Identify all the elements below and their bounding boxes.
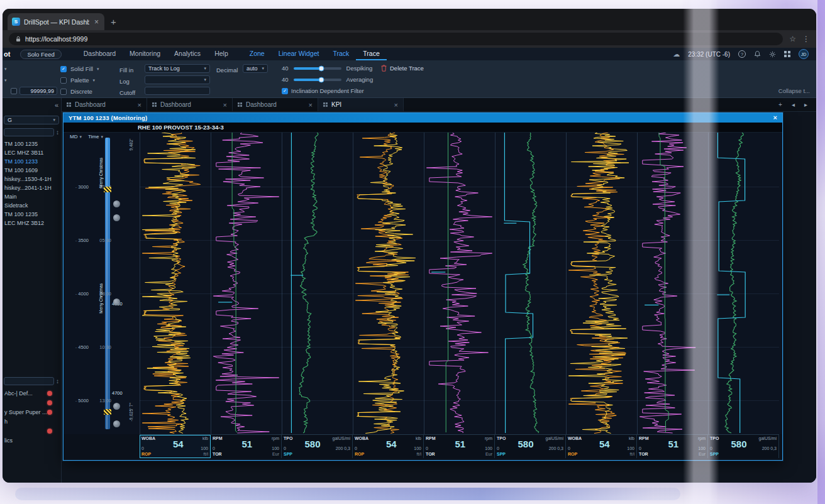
trace-label: WOBA [355, 436, 368, 441]
sidebar-list-item[interactable] [3, 426, 61, 436]
status-badge-icon [47, 410, 52, 415]
slider-knob[interactable] [318, 65, 324, 71]
sidebar-well-item[interactable]: TM 100 1609 [3, 166, 61, 175]
md-axis-select[interactable]: MD▾ [70, 134, 82, 140]
menubar-item-monitoring[interactable]: Monitoring [123, 48, 167, 60]
sidebar-well-item[interactable]: Sidetrack [3, 201, 61, 210]
notifications-bell-icon[interactable] [754, 50, 761, 58]
scroll-left-button[interactable]: ◂ [792, 101, 795, 108]
dashboard-tab[interactable]: KPI× [318, 98, 404, 111]
time-tick-label: 05:30 [92, 238, 111, 243]
slider-knob[interactable] [318, 77, 324, 82]
sidebar-well-item[interactable]: TM 100 1233 [3, 157, 61, 166]
trace-value-box[interactable]: WOBA054klb100ROPft/l [140, 435, 211, 458]
chevron-down-icon[interactable]: ▾ [4, 78, 7, 83]
sort-icon[interactable]: ↕ [56, 378, 59, 385]
browser-menu-icon[interactable]: ⋮ [802, 35, 810, 43]
sidebar-list-item[interactable]: lics [3, 436, 61, 445]
menubar-item-trace[interactable]: Trace [356, 48, 386, 60]
collapse-ribbon-button[interactable]: Collapse t... [778, 87, 810, 94]
sidebar-well-item[interactable]: hiskey...2041-1-1H [3, 184, 61, 192]
well-group-select[interactable]: G ▾ [4, 116, 59, 124]
time-tick-label: 10:30 [92, 344, 111, 350]
sidebar-well-item[interactable]: hiskey...1530-4-1H [3, 175, 61, 184]
value-box-right: klb100 [201, 436, 208, 452]
settings-gear-icon[interactable] [769, 51, 776, 58]
browser-tab[interactable]: S DrillSpot — KPI Dashboard × [8, 13, 104, 30]
delete-trace-button[interactable]: Delete Trace [381, 65, 424, 72]
dashboard-tab[interactable]: Dashboard× [147, 98, 233, 111]
sidebar-well-item[interactable]: LEC MHZ 3B12 [3, 219, 61, 227]
sidebar-well-item[interactable]: TM 100 1235 [3, 140, 61, 148]
traces-canvas[interactable] [140, 133, 779, 434]
sidebar-well-item[interactable]: TM 100 1235 [3, 210, 61, 219]
inclination-filter-checkbox[interactable]: ✓ [282, 88, 288, 94]
window-titlebar[interactable]: YTM 100 1233 (Monitoring) × [64, 113, 782, 123]
tab-close-icon[interactable]: × [394, 101, 398, 109]
app-logo: ot [4, 48, 10, 60]
despiking-slider[interactable] [294, 67, 341, 70]
palette-checkbox[interactable] [60, 77, 67, 84]
sidebar-list-item[interactable]: y Super Puper ... [3, 407, 61, 417]
trace-value-box[interactable]: RPM051rpm100TOREur [211, 435, 282, 458]
tab-close-icon[interactable]: × [223, 101, 227, 109]
time-axis-select[interactable]: Time▾ [88, 134, 103, 140]
sort-icon[interactable]: ↕ [56, 129, 59, 136]
trace-value-box[interactable]: RPM051rpm100TOREur [424, 435, 495, 458]
new-tab-button[interactable]: + [111, 16, 116, 27]
sidebar-list-item[interactable]: h [3, 417, 61, 426]
chevron-down-icon[interactable]: ▾ [4, 67, 7, 72]
chevron-down-icon[interactable]: ▾ [97, 67, 99, 72]
tab-close-icon[interactable]: × [309, 101, 313, 109]
menubar-item-help[interactable]: Help [208, 48, 235, 60]
wellbore-depth-bar[interactable] [105, 138, 110, 429]
solid-fill-checkbox[interactable]: ✓ [60, 66, 67, 72]
chevron-down-icon: ▾ [204, 77, 206, 82]
apps-grid-icon[interactable] [784, 51, 790, 57]
window-reflection [15, 488, 680, 500]
close-window-button[interactable]: × [773, 114, 777, 121]
discrete-checkbox[interactable] [60, 89, 67, 95]
sidebar: « G ▾ ↕ TM 100 1235LEC MHZ 3B11TM 100 12… [3, 98, 62, 483]
averaging-slider[interactable] [294, 79, 341, 81]
threshold-checkbox[interactable] [11, 88, 17, 94]
tab-close-icon[interactable]: × [138, 101, 141, 109]
sidebar-well-item[interactable]: Main [3, 192, 61, 201]
sidebar-well-item[interactable]: LEC MHZ 3B11 [3, 148, 61, 157]
trace-value-box[interactable]: RPM051rpm100TOREur [637, 435, 708, 458]
sidebar-list-item[interactable] [3, 398, 61, 407]
decimal-select[interactable]: auto ▾ [243, 64, 268, 73]
dashboard-tab[interactable]: Dashboard× [62, 98, 147, 111]
dashboard-tab[interactable]: Dashboard× [233, 98, 318, 111]
user-avatar[interactable]: JD [799, 49, 809, 59]
threshold-input[interactable] [19, 87, 57, 95]
solo-feed-button[interactable]: Solo Feed [20, 50, 61, 59]
sidebar-list-item[interactable]: Abc-| Def... [3, 388, 61, 398]
collapse-sidebar-button[interactable]: « [55, 101, 58, 109]
menubar-item-analytics[interactable]: Analytics [167, 48, 208, 60]
bookmark-star-icon[interactable]: ☆ [789, 35, 796, 43]
address-bar[interactable]: https://localhost:9999 [9, 33, 783, 45]
tab-close-icon[interactable]: × [93, 18, 100, 26]
chevron-down-icon[interactable]: ▾ [93, 78, 96, 83]
secondary-search-input[interactable] [4, 377, 54, 385]
cutoff-input[interactable] [145, 87, 210, 95]
help-icon[interactable]: ? [738, 50, 746, 58]
trace-value-box[interactable]: TPO0580galUS/mi200 0,3SPP [282, 435, 353, 458]
log-select[interactable]: ▾ [145, 75, 210, 84]
fill-in-select[interactable]: Track to Log ▾ [145, 64, 210, 73]
wellbore-section-label: Merry Christmas [99, 283, 103, 314]
scroll-right-button[interactable]: ▸ [804, 101, 807, 108]
add-dashboard-button[interactable]: + [778, 101, 782, 108]
menubar-item-zone[interactable]: Zone [243, 48, 272, 60]
menubar-item-dashboard[interactable]: Dashboard [77, 48, 123, 60]
trace-value-box[interactable]: WOBA054klb100ROPft/l [353, 435, 424, 458]
trace-value-box[interactable]: TPO0580galUS/mi200 0,3SPP [708, 435, 779, 458]
menubar-item-linear-widget[interactable]: Linear Widget [272, 48, 326, 60]
value-box-top: TPO0580galUS/mi200 0,3 [710, 436, 777, 452]
bit-icon [113, 214, 120, 221]
trace-value-box[interactable]: WOBA054klb100ROPft/l [566, 435, 637, 458]
well-search-input[interactable] [4, 128, 54, 136]
menubar-item-track[interactable]: Track [326, 48, 356, 60]
trace-value-box[interactable]: TPO0580galUS/mi200 0,3SPP [495, 435, 566, 458]
